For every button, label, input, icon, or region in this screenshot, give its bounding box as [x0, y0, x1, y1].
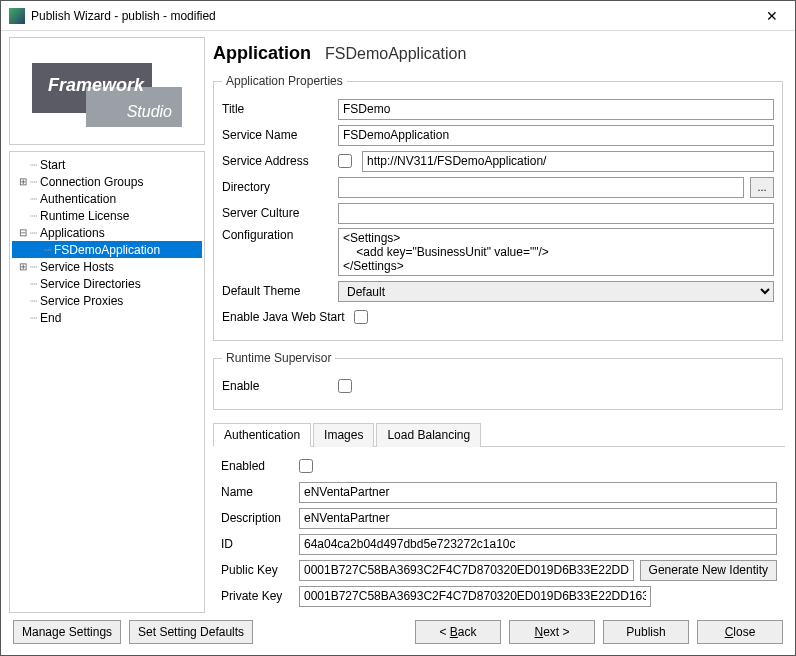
next-button[interactable]: Next > [509, 620, 595, 644]
tree-item-label: Applications [40, 225, 105, 241]
close-icon[interactable]: ✕ [749, 1, 795, 31]
expand-icon[interactable]: ⊞ [16, 174, 30, 190]
tree-item[interactable]: ┈Runtime License [12, 207, 202, 224]
tree-connector: ┈ [30, 276, 36, 292]
tree-item[interactable]: ⊞┈Service Hosts [12, 258, 202, 275]
service-address-input[interactable] [362, 151, 774, 172]
logo-text-1: Framework [48, 75, 144, 96]
auth-privkey-input[interactable] [299, 586, 651, 607]
runtime-enable-label: Enable [222, 379, 332, 393]
tree-item[interactable]: ┈Service Proxies [12, 292, 202, 309]
tab-authentication[interactable]: Authentication [213, 423, 311, 447]
app-icon [9, 8, 25, 24]
auth-desc-input[interactable] [299, 508, 777, 529]
service-name-input[interactable] [338, 125, 774, 146]
publish-button[interactable]: Publish [603, 620, 689, 644]
default-theme-select[interactable]: Default [338, 281, 774, 302]
tree-connector: ┈ [44, 242, 50, 258]
page-title: Application [213, 43, 311, 64]
tree-item[interactable]: ┈Start [12, 156, 202, 173]
tree-connector: ┈ [30, 225, 36, 241]
application-properties-legend: Application Properties [222, 74, 347, 88]
auth-desc-label: Description [221, 511, 293, 525]
tree-connector: ┈ [30, 293, 36, 309]
back-button[interactable]: < Back [415, 620, 501, 644]
server-culture-input[interactable] [338, 203, 774, 224]
runtime-supervisor-group: Runtime Supervisor Enable [213, 351, 783, 410]
auth-pubkey-input[interactable] [299, 560, 634, 581]
tree-item-label: Service Hosts [40, 259, 114, 275]
tree-connector: ┈ [30, 208, 36, 224]
tree-item[interactable]: ⊟┈Applications [12, 224, 202, 241]
tree-item-label: End [40, 310, 61, 326]
set-setting-defaults-button[interactable]: Set Setting Defaults [129, 620, 253, 644]
server-culture-label: Server Culture [222, 206, 332, 220]
tab-body-authentication: Enabled Name Description ID Public Key [213, 447, 785, 613]
footer: Manage Settings Set Setting Defaults < B… [1, 613, 795, 655]
tree-item[interactable]: ┈Authentication [12, 190, 202, 207]
directory-label: Directory [222, 180, 332, 194]
auth-enabled-label: Enabled [221, 459, 293, 473]
auth-id-input[interactable] [299, 534, 777, 555]
tree-item[interactable]: ┈FSDemoApplication [12, 241, 202, 258]
directory-input[interactable] [338, 177, 744, 198]
close-button[interactable]: Close [697, 620, 783, 644]
tree-item-label: Service Proxies [40, 293, 123, 309]
tree-item-label: Runtime License [40, 208, 129, 224]
tree-item[interactable]: ┈Service Directories [12, 275, 202, 292]
tree-item-label: FSDemoApplication [54, 242, 160, 258]
window-title: Publish Wizard - publish - modified [31, 9, 749, 23]
directory-browse-button[interactable]: ... [750, 177, 774, 198]
tab-images[interactable]: Images [313, 423, 374, 447]
runtime-supervisor-legend: Runtime Supervisor [222, 351, 335, 365]
configuration-textarea[interactable]: <Settings> <add key="BusinessUnit" value… [338, 228, 774, 276]
tree-connector: ┈ [30, 259, 36, 275]
auth-privkey-label: Private Key [221, 589, 293, 603]
application-properties-group: Application Properties Title Service Nam… [213, 74, 783, 341]
default-theme-label: Default Theme [222, 284, 332, 298]
service-name-label: Service Name [222, 128, 332, 142]
generate-identity-button[interactable]: Generate New Identity [640, 560, 777, 581]
enable-jws-checkbox[interactable] [354, 310, 368, 324]
auth-name-label: Name [221, 485, 293, 499]
auth-enabled-checkbox[interactable] [299, 459, 313, 473]
tree-item[interactable]: ┈End [12, 309, 202, 326]
tree-item-label: Authentication [40, 191, 116, 207]
tree-connector: ┈ [30, 191, 36, 207]
logo: Framework Studio [9, 37, 205, 145]
nav-tree[interactable]: ┈Start⊞┈Connection Groups┈Authentication… [9, 151, 205, 613]
service-address-checkbox[interactable] [338, 154, 352, 168]
tree-connector: ┈ [30, 157, 36, 173]
tree-item[interactable]: ⊞┈Connection Groups [12, 173, 202, 190]
collapse-icon[interactable]: ⊟ [16, 225, 30, 241]
manage-settings-button[interactable]: Manage Settings [13, 620, 121, 644]
auth-name-input[interactable] [299, 482, 777, 503]
tab-load-balancing[interactable]: Load Balancing [376, 423, 481, 447]
expand-icon[interactable]: ⊞ [16, 259, 30, 275]
tree-connector: ┈ [30, 174, 36, 190]
tabs: Authentication Images Load Balancing [213, 422, 785, 447]
configuration-label: Configuration [222, 228, 332, 242]
auth-pubkey-label: Public Key [221, 563, 293, 577]
runtime-enable-checkbox[interactable] [338, 379, 352, 393]
title-input[interactable] [338, 99, 774, 120]
titlebar: Publish Wizard - publish - modified ✕ [1, 1, 795, 31]
service-address-label: Service Address [222, 154, 332, 168]
title-label: Title [222, 102, 332, 116]
tree-item-label: Start [40, 157, 65, 173]
tree-item-label: Connection Groups [40, 174, 143, 190]
tree-item-label: Service Directories [40, 276, 141, 292]
publish-wizard-window: Publish Wizard - publish - modified ✕ Fr… [0, 0, 796, 656]
enable-jws-label: Enable Java Web Start [222, 310, 348, 324]
auth-id-label: ID [221, 537, 293, 551]
tree-connector: ┈ [30, 310, 36, 326]
logo-text-2: Studio [127, 103, 172, 121]
page-subtitle: FSDemoApplication [325, 45, 466, 63]
